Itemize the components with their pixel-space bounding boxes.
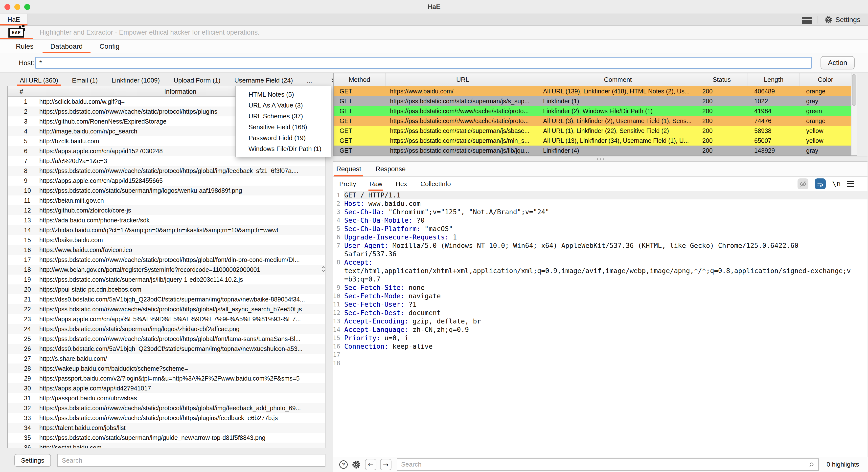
table-row[interactable]: 27http://s.share.baidu.com/ <box>8 353 325 364</box>
table-row[interactable]: 26https://dss0.bdstatic.com/5aV1bjqh_Q23… <box>8 344 325 353</box>
left-tab-linkfinder-1009-[interactable]: Linkfinder (1009) <box>112 75 160 86</box>
table-row[interactable]: 33https://pss.bdstatic.com/r/www/cache/s… <box>8 413 325 423</box>
tab-config[interactable]: Config <box>91 39 128 53</box>
hide-nonprintable-button[interactable] <box>798 178 808 189</box>
previous-match-button[interactable]: ← <box>365 459 376 470</box>
table-row[interactable]: 10https://pss.bdstatic.com/static/superm… <box>8 186 325 196</box>
table-row[interactable]: 34https://talent.baidu.com/jobs/list <box>8 423 325 433</box>
table-row[interactable]: GEThttps://pss.bdstatic.com/r/www/cache/… <box>334 106 857 116</box>
table-row[interactable]: 13https://ada.baidu.com/phone-tracker/sd… <box>8 215 325 225</box>
column-header-length[interactable]: Length <box>748 73 800 86</box>
left-table-scrollbar[interactable] <box>322 267 324 272</box>
left-tab-username-field-24-[interactable]: Username Field (24) <box>235 75 293 86</box>
table-row[interactable]: 18http://www.beian.gov.cn/portal/registe… <box>8 265 325 275</box>
right-table-scrollbar[interactable] <box>851 73 857 156</box>
left-tab-upload-form-1-[interactable]: Upload Form (1) <box>174 75 220 86</box>
column-header-color[interactable]: Color <box>800 73 851 86</box>
table-row[interactable]: 15https://baike.baidu.com <box>8 235 325 245</box>
left-tabs-overflow-label[interactable]: ... <box>307 75 312 86</box>
tab-raw[interactable]: Raw <box>369 177 382 191</box>
menu-item-password-field-19-[interactable]: Password Field (19) <box>236 132 331 143</box>
tab-databoard[interactable]: Databoard <box>42 39 91 53</box>
column-header-method[interactable]: Method <box>334 73 385 86</box>
row-index: 13 <box>8 215 35 225</box>
table-row[interactable]: 30https://apps.apple.com/app/id427941017 <box>8 383 325 393</box>
word-wrap-icon <box>816 180 824 188</box>
table-row[interactable]: 29https://passport.baidu.com/v2/?login&t… <box>8 373 325 383</box>
editor-search-input[interactable] <box>397 459 818 470</box>
table-row[interactable]: GEThttps://pss.bdstatic.com/static/super… <box>334 96 857 106</box>
table-row[interactable]: 19https://pss.bdstatic.com/static/superm… <box>8 275 325 284</box>
cell-status: 200 <box>696 96 748 106</box>
table-row[interactable]: GEThttps://www.baidu.com/All URL (139), … <box>334 86 857 96</box>
column-header-url[interactable]: URL <box>385 73 540 86</box>
row-index: 7 <box>8 156 35 166</box>
table-row[interactable]: 9https://apps.apple.com/cn/app/id1528455… <box>8 176 325 186</box>
table-row[interactable]: GEThttps://pss.bdstatic.com/r/www/cache/… <box>334 116 857 126</box>
request-raw-view[interactable]: 1GET / HTTP/1.12Host: www.baidu.com3Sec-… <box>333 191 868 457</box>
table-row[interactable]: 35https://pss.bdstatic.com/static/superm… <box>8 433 325 443</box>
table-row[interactable]: 23https://apps.apple.com/cn/app/%E5%AE%9… <box>8 314 325 324</box>
tab-hex[interactable]: Hex <box>396 177 407 191</box>
next-match-button[interactable]: → <box>380 459 392 470</box>
tab-pretty[interactable]: Pretty <box>339 177 356 191</box>
splitter-handle[interactable] <box>333 156 868 162</box>
left-tab-all-url-360-[interactable]: All URL (360) <box>20 75 58 86</box>
header-name: Accept: <box>344 259 372 266</box>
table-row[interactable]: 20https://ppui-static-pc.cdn.bcebos.com <box>8 284 325 294</box>
left-settings-button[interactable]: Settings <box>14 454 51 467</box>
table-row[interactable]: 32https://pss.bdstatic.com/r/www/cache/s… <box>8 403 325 413</box>
request-line: 1GET / HTTP/1.1 <box>333 191 868 199</box>
table-row[interactable]: 28https://wakeup.baidu.com/baidudict/sch… <box>8 364 325 373</box>
column-header-comment[interactable]: Comment <box>540 73 696 86</box>
action-button[interactable]: Action <box>820 56 855 69</box>
table-row[interactable]: 16https://www.baidu.com/favicon.ico <box>8 245 325 255</box>
table-row[interactable]: 7http://a/c%20d?a=1&c=3 <box>8 156 325 166</box>
table-row[interactable]: 14http://zhidao.baidu.com/q?ct=17&amp;pn… <box>8 225 325 235</box>
table-row[interactable]: 8https://pss.bdstatic.com/r/www/cache/st… <box>8 166 325 176</box>
request-line: =b3;q=0.7 <box>333 275 868 283</box>
table-row[interactable]: 24https://pss.bdstatic.com/static/superm… <box>8 324 325 334</box>
tab-rules[interactable]: Rules <box>7 39 42 53</box>
table-row[interactable]: 21https://dss0.bdstatic.com/5aV1bjqh_Q23… <box>8 294 325 304</box>
menu-item-html-notes-5-[interactable]: HTML Notes (5) <box>236 89 331 100</box>
settings-button[interactable]: Settings <box>824 15 860 25</box>
row-index: 1 <box>8 97 35 106</box>
table-row[interactable]: GEThttps://pss.bdstatic.com/static/super… <box>334 145 857 156</box>
table-row[interactable]: 22https://pss.bdstatic.com/r/www/cache/s… <box>8 304 325 314</box>
table-row[interactable]: GEThttps://pss.bdstatic.com/static/super… <box>334 136 857 145</box>
cell-method: GET <box>334 126 385 136</box>
table-row[interactable]: 25https://pss.bdstatic.com/r/www/cache/s… <box>8 334 325 344</box>
left-tab-email-1-[interactable]: Email (1) <box>72 75 98 86</box>
scrollbar-thumb[interactable] <box>852 74 856 106</box>
menu-item-windows-file-dir-path-1-[interactable]: Windows File/Dir Path (1) <box>236 143 331 154</box>
tab-collectinfo[interactable]: CollectInfo <box>421 177 451 191</box>
word-wrap-button[interactable] <box>815 178 826 189</box>
table-row[interactable]: GEThttps://pss.bdstatic.com/static/super… <box>334 126 857 136</box>
table-row[interactable]: 11https://beian.miit.gov.cn <box>8 196 325 205</box>
row-url: http://zhidao.baidu.com/q?ct=17&amp;pn=0… <box>35 227 325 234</box>
table-row[interactable]: 12https://github.com/zloirock/core-js <box>8 205 325 215</box>
layout-panel-icon[interactable] <box>802 17 812 24</box>
menu-item-url-schemes-37-[interactable]: URL Schemes (37) <box>236 111 331 122</box>
row-url: https://pss.bdstatic.com/r/www/cache/sta… <box>35 256 325 263</box>
column-header-index[interactable]: # <box>8 86 35 96</box>
row-index: 27 <box>8 353 35 364</box>
request-table: Method URL Comment Status Length Color G… <box>333 73 857 156</box>
newline-toggle[interactable]: \n <box>832 180 841 188</box>
column-header-status[interactable]: Status <box>696 73 748 86</box>
editor-menu-button[interactable] <box>847 181 854 187</box>
tab-request[interactable]: Request <box>336 162 361 176</box>
table-row[interactable]: 36http://sestat.baidu.com <box>8 443 325 448</box>
menu-item-url-as-a-value-3-[interactable]: URL As A Value (3) <box>236 100 331 111</box>
menu-item-sensitive-field-168-[interactable]: Sensitive Field (168) <box>236 122 331 132</box>
left-search-input[interactable] <box>57 454 326 467</box>
scroll-down-icon[interactable] <box>322 269 325 272</box>
table-row[interactable]: 17https://pss.bdstatic.com/r/www/cache/s… <box>8 255 325 265</box>
tab-response[interactable]: Response <box>376 162 406 176</box>
help-icon[interactable]: ? <box>339 461 348 469</box>
search-settings-gear-icon[interactable] <box>351 460 361 470</box>
table-row[interactable]: 31http://passport.baidu.com/ubrwsbas <box>8 393 325 403</box>
host-input[interactable] <box>35 57 812 69</box>
extension-tab-hae[interactable]: HaE <box>0 14 28 26</box>
